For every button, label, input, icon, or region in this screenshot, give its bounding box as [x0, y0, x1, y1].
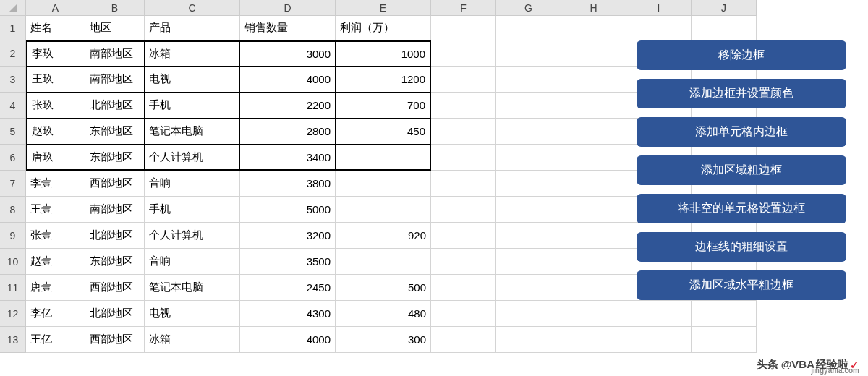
cell-empty[interactable] — [431, 40, 496, 67]
cell-empty[interactable] — [496, 171, 561, 197]
cell-empty[interactable] — [561, 93, 626, 119]
cell-empty[interactable] — [561, 327, 626, 353]
data-cell[interactable]: 南部地区 — [85, 197, 145, 223]
cell-empty[interactable] — [561, 16, 626, 40]
data-cell[interactable]: 4000 — [240, 67, 336, 93]
cell-empty[interactable] — [626, 301, 692, 327]
cell-empty[interactable] — [431, 223, 496, 249]
row-header-6[interactable]: 6 — [0, 145, 26, 171]
data-cell[interactable]: 西部地区 — [85, 275, 145, 301]
cell-empty[interactable] — [692, 301, 757, 327]
data-cell[interactable]: 冰箱 — [145, 40, 240, 67]
cell-header[interactable]: 姓名 — [26, 16, 85, 40]
data-cell[interactable]: 2200 — [240, 93, 336, 119]
data-cell[interactable]: 4000 — [240, 327, 336, 353]
data-cell[interactable]: 音响 — [145, 249, 240, 275]
cell-header[interactable]: 利润（万） — [336, 16, 431, 40]
data-cell[interactable]: 唐壹 — [26, 275, 85, 301]
col-header-H[interactable]: H — [561, 0, 626, 16]
cell-empty[interactable] — [496, 327, 561, 353]
add-nonempty-border-button[interactable]: 将非空的单元格设置边框 — [637, 194, 846, 223]
cell-empty[interactable] — [496, 119, 561, 145]
data-cell[interactable]: 东部地区 — [85, 145, 145, 171]
cell-empty[interactable] — [561, 197, 626, 223]
cell-empty[interactable] — [431, 119, 496, 145]
row-header-2[interactable]: 2 — [0, 40, 26, 67]
data-cell[interactable] — [336, 249, 431, 275]
data-cell[interactable]: 西部地区 — [85, 171, 145, 197]
cell-empty[interactable] — [496, 16, 561, 40]
data-cell[interactable]: 3400 — [240, 145, 336, 171]
col-header-C[interactable]: C — [145, 0, 240, 16]
cell-empty[interactable] — [626, 327, 692, 353]
col-header-E[interactable]: E — [336, 0, 431, 16]
row-header-10[interactable]: 10 — [0, 249, 26, 275]
data-cell[interactable]: 个人计算机 — [145, 145, 240, 171]
select-all-corner[interactable] — [0, 0, 26, 16]
data-cell[interactable]: 北部地区 — [85, 93, 145, 119]
data-cell[interactable]: 4300 — [240, 301, 336, 327]
data-cell[interactable]: 南部地区 — [85, 67, 145, 93]
cell-empty[interactable] — [692, 327, 757, 353]
data-cell[interactable]: 700 — [336, 93, 431, 119]
cell-empty[interactable] — [431, 275, 496, 301]
cell-empty[interactable] — [496, 145, 561, 171]
data-cell[interactable]: 手机 — [145, 93, 240, 119]
add-thick-region-border-button[interactable]: 添加区域粗边框 — [637, 155, 846, 185]
border-weight-button[interactable]: 边框线的粗细设置 — [637, 232, 846, 262]
row-header-12[interactable]: 12 — [0, 301, 26, 327]
data-cell[interactable]: 王壹 — [26, 197, 85, 223]
cell-empty[interactable] — [561, 145, 626, 171]
data-cell[interactable]: 300 — [336, 327, 431, 353]
data-cell[interactable]: 赵玖 — [26, 119, 85, 145]
data-cell[interactable]: 张玖 — [26, 93, 85, 119]
data-cell[interactable]: 5000 — [240, 197, 336, 223]
data-cell[interactable]: 赵壹 — [26, 249, 85, 275]
cell-empty[interactable] — [431, 301, 496, 327]
add-inner-border-button[interactable]: 添加单元格内边框 — [637, 117, 846, 147]
data-cell[interactable]: 东部地区 — [85, 119, 145, 145]
row-header-1[interactable]: 1 — [0, 16, 26, 40]
cell-empty[interactable] — [431, 171, 496, 197]
data-cell[interactable]: 北部地区 — [85, 223, 145, 249]
cell-empty[interactable] — [431, 67, 496, 93]
data-cell[interactable]: 李亿 — [26, 301, 85, 327]
data-cell[interactable]: 唐玖 — [26, 145, 85, 171]
cell-empty[interactable] — [431, 327, 496, 353]
data-cell[interactable]: 3200 — [240, 223, 336, 249]
data-cell[interactable]: 李玖 — [26, 40, 85, 67]
data-cell[interactable] — [336, 171, 431, 197]
data-cell[interactable]: 音响 — [145, 171, 240, 197]
cell-empty[interactable] — [496, 223, 561, 249]
row-header-11[interactable]: 11 — [0, 275, 26, 301]
data-cell[interactable]: 李壹 — [26, 171, 85, 197]
data-cell[interactable] — [336, 197, 431, 223]
cell-empty[interactable] — [561, 249, 626, 275]
col-header-D[interactable]: D — [240, 0, 336, 16]
cell-empty[interactable] — [431, 197, 496, 223]
cell-empty[interactable] — [496, 40, 561, 67]
data-cell[interactable]: 2450 — [240, 275, 336, 301]
cell-empty[interactable] — [496, 67, 561, 93]
data-cell[interactable]: 3800 — [240, 171, 336, 197]
data-cell[interactable]: 张壹 — [26, 223, 85, 249]
data-cell[interactable]: 500 — [336, 275, 431, 301]
cell-empty[interactable] — [496, 93, 561, 119]
col-header-A[interactable]: A — [26, 0, 85, 16]
data-cell[interactable]: 450 — [336, 119, 431, 145]
cell-empty[interactable] — [431, 145, 496, 171]
add-horizontal-thick-border-button[interactable]: 添加区域水平粗边框 — [637, 270, 846, 300]
cell-empty[interactable] — [561, 171, 626, 197]
row-header-9[interactable]: 9 — [0, 223, 26, 249]
cell-empty[interactable] — [496, 275, 561, 301]
col-header-I[interactable]: I — [626, 0, 692, 16]
cell-empty[interactable] — [561, 275, 626, 301]
data-cell[interactable]: 2800 — [240, 119, 336, 145]
cell-empty[interactable] — [626, 16, 692, 40]
col-header-B[interactable]: B — [85, 0, 145, 16]
data-cell[interactable]: 笔记本电脑 — [145, 119, 240, 145]
data-cell[interactable]: 北部地区 — [85, 301, 145, 327]
row-header-8[interactable]: 8 — [0, 197, 26, 223]
col-header-F[interactable]: F — [431, 0, 496, 16]
cell-empty[interactable] — [561, 40, 626, 67]
